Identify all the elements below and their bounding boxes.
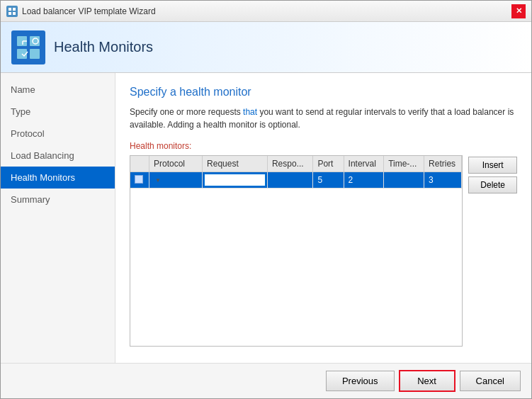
table-header-row: Protocol Request Respo... Port Interval … xyxy=(130,156,462,172)
window-body: Health Monitors Name Type Protocol Load … xyxy=(1,22,531,398)
sidebar: Name Type Protocol Load Balancing Health… xyxy=(1,73,115,363)
col-header-retries: Retries xyxy=(424,156,462,172)
next-button[interactable]: Next xyxy=(399,370,455,392)
svg-rect-2 xyxy=(9,12,11,15)
sidebar-item-load-balancing[interactable]: Load Balancing xyxy=(1,145,115,167)
footer: Previous Next Cancel xyxy=(1,363,531,398)
col-header-protocol: Protocol xyxy=(149,156,203,172)
cancel-button[interactable]: Cancel xyxy=(460,371,521,391)
col-header-interval: Interval xyxy=(344,156,384,172)
svg-rect-3 xyxy=(13,12,16,15)
description: Specify one or more requests that you wa… xyxy=(130,106,517,131)
close-button[interactable]: ✕ xyxy=(511,4,526,18)
delete-button[interactable]: Delete xyxy=(468,176,517,193)
col-header-port: Port xyxy=(313,156,344,172)
interval-cell: 2 xyxy=(344,172,384,189)
health-monitors-table-container: Protocol Request Respo... Port Interval … xyxy=(130,155,463,347)
protocol-cell[interactable]: ▼ xyxy=(149,172,203,189)
col-header-timeout: Time-... xyxy=(384,156,424,172)
content-title: Specify a health monitor xyxy=(130,86,517,99)
row-indicator xyxy=(135,175,143,184)
wizard-window: Load balancer VIP template Wizard ✕ Heal… xyxy=(0,0,532,399)
svg-rect-0 xyxy=(9,8,11,11)
sidebar-item-type[interactable]: Type xyxy=(1,101,115,123)
table-with-buttons: Protocol Request Respo... Port Interval … xyxy=(130,155,517,347)
previous-button[interactable]: Previous xyxy=(326,371,395,391)
app-icon xyxy=(6,6,18,17)
request-cell[interactable] xyxy=(203,172,268,189)
timeout-cell xyxy=(384,172,424,189)
col-header-response: Respo... xyxy=(267,156,312,172)
port-cell: 5 xyxy=(313,172,344,189)
content-area: Specify a health monitor Specify one or … xyxy=(115,73,531,363)
retries-cell: 3 xyxy=(424,172,462,189)
sidebar-item-health-monitors[interactable]: Health Monitors xyxy=(1,167,115,189)
svg-rect-1 xyxy=(13,8,16,11)
sidebar-item-summary[interactable]: Summary xyxy=(1,189,115,210)
sidebar-item-protocol[interactable]: Protocol xyxy=(1,123,115,145)
table-row: ▼ 5 2 3 xyxy=(130,172,462,189)
svg-rect-7 xyxy=(30,49,40,59)
section-label: Health monitors: xyxy=(130,141,517,151)
header-banner: Health Monitors xyxy=(1,22,531,73)
col-header-check xyxy=(130,156,149,172)
health-monitors-table: Protocol Request Respo... Port Interval … xyxy=(130,156,462,189)
protocol-dropdown-arrow[interactable]: ▼ xyxy=(155,177,161,184)
window-title: Load balancer VIP template Wizard xyxy=(22,6,156,16)
row-indicator-cell xyxy=(130,172,149,189)
description-link: that xyxy=(243,107,257,117)
table-action-buttons: Insert Delete xyxy=(468,155,517,193)
sidebar-item-name[interactable]: Name xyxy=(1,79,115,101)
header-icon xyxy=(11,30,45,64)
response-cell xyxy=(267,172,312,189)
insert-button[interactable]: Insert xyxy=(468,157,517,174)
col-header-request: Request xyxy=(203,156,268,172)
page-header-title: Health Monitors xyxy=(54,39,153,55)
main-content: Name Type Protocol Load Balancing Health… xyxy=(1,73,531,363)
request-input[interactable] xyxy=(204,174,266,186)
title-bar: Load balancer VIP template Wizard ✕ xyxy=(1,1,531,22)
